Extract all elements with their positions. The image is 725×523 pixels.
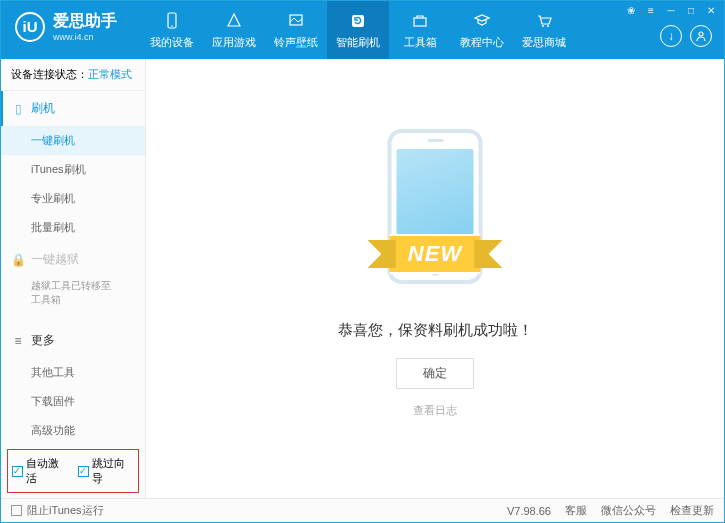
sidebar: 设备连接状态：正常模式 ▯刷机 一键刷机 iTunes刷机 专业刷机 批量刷机 … [1,59,146,498]
sub-download[interactable]: 下载固件 [1,387,145,416]
nav-label: 工具箱 [404,35,437,50]
user-icon[interactable] [690,25,712,47]
cat-label: 一键越狱 [31,251,79,268]
window-controls: ❀ ≡ ─ □ ✕ [622,3,720,17]
svg-point-5 [542,25,544,27]
options-box: ✓自动激活 ✓跳过向导 [7,449,139,493]
block-itunes-label: 阻止iTunes运行 [27,503,104,518]
nav-store[interactable]: 爱思商城 [513,1,575,59]
close-icon[interactable]: ✕ [702,3,720,17]
check-icon: ✓ [12,466,23,477]
nav: 我的设备 应用游戏 铃声壁纸 智能刷机 工具箱 教程中心 爱思商城 [141,1,575,59]
confirm-button[interactable]: 确定 [396,358,474,389]
list-icon: ≡ [11,334,25,348]
jailbreak-note: 越狱工具已转移至 工具箱 [1,277,145,315]
cat-more[interactable]: ≡更多 [1,323,145,358]
minimize-icon[interactable]: ─ [662,3,680,17]
nav-label: 我的设备 [150,35,194,50]
menu-icon[interactable]: ≡ [642,3,660,17]
cat-flash[interactable]: ▯刷机 [1,91,145,126]
status-value: 正常模式 [88,68,132,80]
chk-label: 跳过向导 [92,456,134,486]
sub-pro[interactable]: 专业刷机 [1,184,145,213]
update-link[interactable]: 检查更新 [670,503,714,518]
footer-right: V7.98.66 客服 微信公众号 检查更新 [507,503,714,518]
brand-url: www.i4.cn [53,32,117,42]
sub-one-click[interactable]: 一键刷机 [1,126,145,155]
skip-guide-checkbox[interactable]: ✓跳过向导 [78,456,134,486]
brand-title: 爱思助手 [53,11,117,32]
phone-icon [162,11,182,31]
view-log-link[interactable]: 查看日志 [413,403,457,418]
connection-status: 设备连接状态：正常模式 [1,59,145,91]
sub-other[interactable]: 其他工具 [1,358,145,387]
ribbon-text: NEW [390,234,480,274]
sub-advanced[interactable]: 高级功能 [1,416,145,445]
version-label: V7.98.66 [507,505,551,517]
settings-icon[interactable]: ❀ [622,3,640,17]
cat-label: 刷机 [31,100,55,117]
nav-apps[interactable]: 应用游戏 [203,1,265,59]
nav-my-device[interactable]: 我的设备 [141,1,203,59]
success-message: 恭喜您，保资料刷机成功啦！ [338,321,533,340]
nav-label: 爱思商城 [522,35,566,50]
header: iU 爱思助手 www.i4.cn 我的设备 应用游戏 铃声壁纸 智能刷机 工具… [1,1,724,59]
nav-label: 教程中心 [460,35,504,50]
svg-point-6 [547,25,549,27]
brand-logo-icon: iU [15,12,45,42]
check-icon: ✓ [78,466,89,477]
cat-jailbreak: 🔒一键越狱 [1,242,145,277]
cat-label: 更多 [31,332,55,349]
wechat-link[interactable]: 微信公众号 [601,503,656,518]
flash-icon [348,11,368,31]
apps-icon [224,11,244,31]
status-label: 设备连接状态： [11,68,88,80]
nav-label: 应用游戏 [212,35,256,50]
device-icon: ▯ [11,102,25,116]
brand-text: 爱思助手 www.i4.cn [53,11,117,42]
nav-tutorials[interactable]: 教程中心 [451,1,513,59]
nav-flash[interactable]: 智能刷机 [327,1,389,59]
svg-point-7 [699,32,703,36]
main-content: NEW 恭喜您，保资料刷机成功啦！ 确定 查看日志 [146,59,724,498]
body: 设备连接状态：正常模式 ▯刷机 一键刷机 iTunes刷机 专业刷机 批量刷机 … [1,59,724,498]
success-illustration: NEW [340,119,530,299]
chk-label: 自动激活 [26,456,68,486]
brand: iU 爱思助手 www.i4.cn [1,1,131,52]
maximize-icon[interactable]: □ [682,3,700,17]
block-itunes-checkbox[interactable] [11,505,22,516]
sub-batch[interactable]: 批量刷机 [1,213,145,242]
service-link[interactable]: 客服 [565,503,587,518]
nav-label: 智能刷机 [336,35,380,50]
wallpaper-icon [286,11,306,31]
nav-toolbox[interactable]: 工具箱 [389,1,451,59]
app-window: iU 爱思助手 www.i4.cn 我的设备 应用游戏 铃声壁纸 智能刷机 工具… [0,0,725,523]
cart-icon [534,11,554,31]
svg-rect-4 [414,18,426,26]
tutorial-icon [472,11,492,31]
header-right-buttons: ↓ [660,25,712,47]
nav-ringtones[interactable]: 铃声壁纸 [265,1,327,59]
sub-itunes[interactable]: iTunes刷机 [1,155,145,184]
svg-point-1 [171,25,173,27]
download-icon[interactable]: ↓ [660,25,682,47]
toolbox-icon [410,11,430,31]
footer: 阻止iTunes运行 V7.98.66 客服 微信公众号 检查更新 [1,498,724,522]
auto-activate-checkbox[interactable]: ✓自动激活 [12,456,68,486]
nav-label: 铃声壁纸 [274,35,318,50]
lock-icon: 🔒 [11,253,25,267]
new-ribbon: NEW [358,234,513,274]
